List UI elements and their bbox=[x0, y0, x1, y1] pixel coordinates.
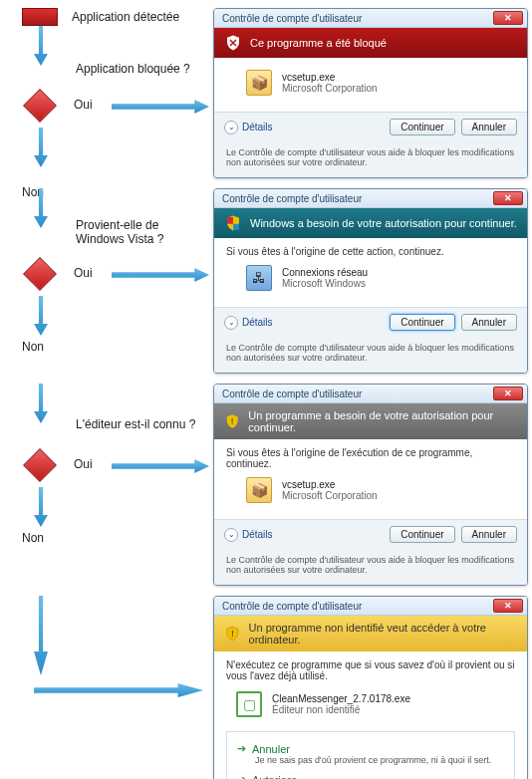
banner-text: Un programme a besoin de votre autorisat… bbox=[248, 409, 517, 433]
decision-diamond bbox=[23, 89, 57, 123]
down-arrow bbox=[34, 128, 48, 167]
svg-rect-1 bbox=[233, 224, 239, 230]
right-arrow bbox=[112, 459, 209, 473]
chevron-down-icon: ⌄ bbox=[224, 121, 238, 134]
cancel-button[interactable]: Annuler bbox=[461, 526, 517, 543]
footer-text: Le Contrôle de compte d'utilisateur vous… bbox=[214, 337, 527, 373]
options-box: Annuler Je ne sais pas d'où provient ce … bbox=[226, 731, 515, 779]
close-icon[interactable]: ✕ bbox=[493, 599, 523, 613]
yes-label-3: Oui bbox=[74, 457, 93, 471]
window-title: Contrôle de compte d'utilisateur bbox=[222, 601, 362, 612]
close-icon[interactable]: ✕ bbox=[493, 387, 523, 400]
uac-dialog-windows: Contrôle de compte d'utilisateur ✕ Windo… bbox=[213, 188, 528, 374]
chevron-down-icon: ⌄ bbox=[224, 528, 238, 542]
down-arrow bbox=[34, 384, 48, 423]
right-arrow bbox=[34, 683, 203, 697]
titlebar: Contrôle de compte d'utilisateur ✕ bbox=[214, 385, 527, 403]
footer-text: Le Contrôle de compte d'utilisateur vous… bbox=[214, 549, 527, 585]
app-publisher: Microsoft Corporation bbox=[282, 83, 378, 94]
svg-text:!: ! bbox=[231, 415, 234, 426]
down-arrow bbox=[34, 596, 48, 675]
lead-text: Si vous êtes à l'origine de l'exécution … bbox=[226, 447, 515, 469]
app-name: CleanMessenger_2.7.0178.exe bbox=[272, 693, 410, 704]
app-name: Connexions réseau bbox=[282, 267, 368, 278]
app-name: vcsetup.exe bbox=[282, 479, 378, 490]
step4-label: L'éditeur est-il connu ? bbox=[76, 417, 195, 431]
installer-icon: 📦 bbox=[246, 477, 272, 503]
svg-rect-0 bbox=[227, 217, 233, 224]
uac-dialog-known: Contrôle de compte d'utilisateur ✕ ! Un … bbox=[213, 384, 528, 586]
titlebar: Contrôle de compte d'utilisateur ✕ bbox=[214, 189, 527, 208]
banner-text: Ce programme a été bloqué bbox=[250, 37, 387, 49]
app-info: 🖧 Connexions réseau Microsoft Windows bbox=[226, 261, 515, 299]
close-icon[interactable]: ✕ bbox=[493, 191, 523, 205]
option-cancel[interactable]: Annuler Je ne sais pas d'où provient ce … bbox=[237, 738, 504, 769]
cancel-button[interactable]: Annuler bbox=[461, 119, 517, 135]
shield-warning-icon: ! bbox=[224, 412, 240, 430]
app-publisher: Microsoft Corporation bbox=[282, 490, 378, 501]
continue-button[interactable]: Continuer bbox=[390, 526, 454, 543]
details-toggle[interactable]: ⌄ Détails bbox=[224, 528, 273, 542]
shield-icon bbox=[224, 214, 242, 232]
app-info: 📦 vcsetup.exe Microsoft Corporation bbox=[226, 66, 515, 104]
app-name: vcsetup.exe bbox=[282, 72, 378, 83]
continue-button[interactable]: Continuer bbox=[390, 314, 454, 331]
right-arrow bbox=[112, 268, 209, 282]
window-title: Contrôle de compte d'utilisateur bbox=[222, 389, 362, 399]
banner-text: Windows a besoin de votre autorisation p… bbox=[250, 217, 517, 229]
details-toggle[interactable]: ⌄ Détails bbox=[224, 121, 273, 134]
banner: ! Un programme non identifié veut accéde… bbox=[214, 616, 527, 651]
lead-text: N'exécutez ce programme que si vous save… bbox=[226, 659, 515, 681]
window-title: Contrôle de compte d'utilisateur bbox=[222, 193, 362, 204]
network-icon: 🖧 bbox=[246, 265, 272, 291]
app-publisher: Microsoft Windows bbox=[282, 278, 368, 289]
decision-diamond bbox=[23, 448, 57, 482]
option-title: Autoriser bbox=[237, 773, 504, 779]
start-rect bbox=[22, 8, 58, 26]
details-toggle[interactable]: ⌄ Détails bbox=[224, 316, 273, 330]
shield-error-icon bbox=[224, 34, 242, 52]
cancel-button[interactable]: Annuler bbox=[461, 314, 517, 331]
banner-text: Un programme non identifié veut accéder … bbox=[249, 622, 517, 646]
app-info: ▢ CleanMessenger_2.7.0178.exe Éditeur no… bbox=[226, 687, 515, 725]
uac-dialog-blocked: Contrôle de compte d'utilisateur ✕ Ce pr… bbox=[213, 8, 528, 178]
titlebar: Contrôle de compte d'utilisateur ✕ bbox=[214, 597, 527, 616]
uac-dialog-unknown: Contrôle de compte d'utilisateur ✕ ! Un … bbox=[213, 596, 528, 779]
continue-button[interactable]: Continuer bbox=[390, 119, 454, 135]
banner: ! Un programme a besoin de votre autoris… bbox=[214, 403, 527, 439]
step1-label: Application détectée bbox=[72, 10, 179, 24]
down-arrow bbox=[34, 487, 48, 527]
option-title: Annuler bbox=[237, 742, 504, 755]
app-info: 📦 vcsetup.exe Microsoft Corporation bbox=[226, 473, 515, 511]
banner: Windows a besoin de votre autorisation p… bbox=[214, 208, 527, 238]
svg-text:!: ! bbox=[231, 628, 234, 639]
installer-icon: 📦 bbox=[246, 70, 272, 96]
down-arrow bbox=[34, 188, 48, 228]
lead-text: Si vous êtes à l'origine de cette action… bbox=[226, 246, 515, 257]
unknown-app-icon: ▢ bbox=[236, 691, 262, 717]
footer-text: Le Contrôle de compte d'utilisateur vous… bbox=[214, 141, 527, 177]
yes-label-2: Oui bbox=[74, 266, 93, 280]
yes-label-1: Oui bbox=[74, 98, 93, 112]
option-sub: Je ne sais pas d'où provient ce programm… bbox=[237, 755, 504, 765]
no-label-2: Non bbox=[22, 340, 44, 354]
down-arrow bbox=[34, 296, 48, 336]
banner: Ce programme a été bloqué bbox=[214, 28, 527, 58]
no-label-3: Non bbox=[22, 531, 44, 545]
shield-warning-icon: ! bbox=[224, 625, 241, 643]
window-title: Contrôle de compte d'utilisateur bbox=[222, 13, 362, 24]
decision-diamond bbox=[23, 257, 57, 291]
option-allow[interactable]: Autoriser Je fais confiance à ce program… bbox=[237, 769, 504, 779]
right-arrow bbox=[112, 100, 209, 114]
chevron-down-icon: ⌄ bbox=[224, 316, 238, 330]
step2-label: Application bloquée ? bbox=[76, 62, 190, 76]
titlebar: Contrôle de compte d'utilisateur ✕ bbox=[214, 9, 527, 28]
close-icon[interactable]: ✕ bbox=[493, 11, 523, 25]
step3-label: Provient-elle de Windows Vista ? bbox=[76, 218, 205, 246]
down-arrow bbox=[34, 26, 48, 66]
app-publisher: Éditeur non identifié bbox=[272, 704, 410, 715]
